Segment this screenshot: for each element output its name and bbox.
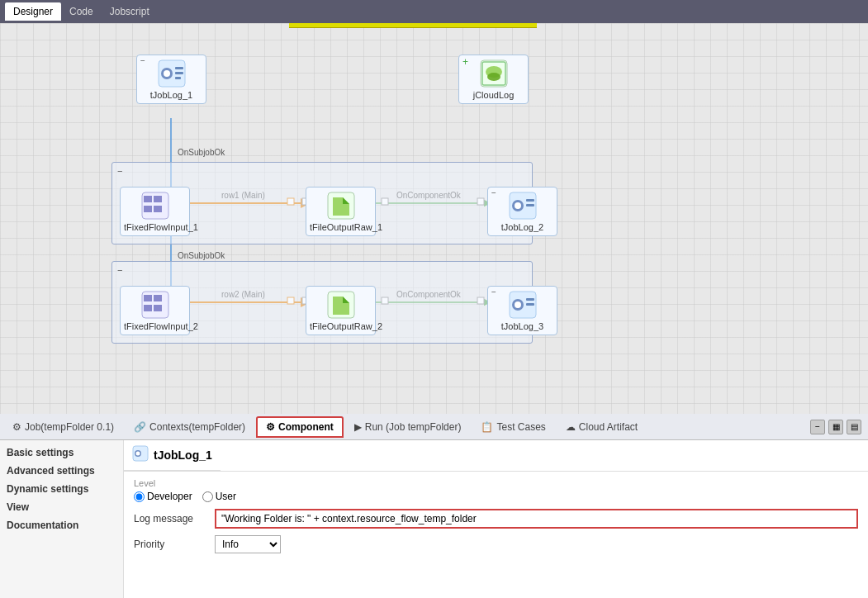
svg-rect-45 [154, 295, 162, 301]
container-1-minimize[interactable]: − [117, 166, 122, 176]
level-radio-group: Developer User [134, 491, 236, 502]
node-label-tjoblog1: tJobLog_1 [140, 90, 202, 100]
sidebar-view[interactable]: View [0, 498, 123, 516]
top-yellow-bar [289, 23, 537, 28]
node-minimize-tjoblog2[interactable]: − [491, 189, 496, 197]
node-jcloudlog[interactable]: + jCloudLog [458, 55, 529, 104]
component-title: tJobLog_1 [124, 440, 221, 471]
node-icon-jcloudlog [479, 59, 509, 88]
svg-rect-31 [144, 196, 152, 202]
node-tfixedflowinput-2[interactable]: tFixedFlowInput_2 [120, 286, 190, 335]
tab-run-label: Run (Job tempFolder) [365, 421, 462, 433]
sidebar-documentation[interactable]: Documentation [0, 516, 123, 534]
tab-component-icon: ⚙ [266, 421, 275, 433]
canvas-area: OnSubjobOk row1 (Main) OnComponentOk OnS… [0, 23, 868, 414]
svg-point-29 [487, 73, 500, 81]
tab-ctrl-grid2[interactable]: ▤ [847, 420, 861, 434]
component-right-content: tJobLog_1 Level Developer User [124, 440, 868, 598]
node-tjoblog-2[interactable]: − tJobLog_2 [487, 187, 557, 236]
sidebar-dynamic-settings[interactable]: Dynamic settings [0, 480, 123, 498]
level-radio-row: Developer User [134, 491, 858, 502]
svg-rect-46 [144, 305, 152, 311]
priority-label: Priority [134, 539, 208, 550]
svg-rect-54 [526, 298, 534, 301]
tab-jobscript[interactable]: Jobscript [102, 2, 158, 21]
form-priority-row: Priority Info Debug Warning Error [134, 535, 858, 553]
level-label: Level [134, 478, 858, 488]
tab-job-label: Job(tempFolder 0.1) [25, 421, 114, 433]
container-2-minimize[interactable]: − [117, 265, 122, 275]
node-add-jcloudlog[interactable]: + [462, 57, 468, 67]
svg-rect-34 [154, 206, 162, 212]
component-sidebar: Basic settings Advanced settings Dynamic… [0, 440, 124, 598]
svg-text:OnSubjobOk: OnSubjobOk [178, 148, 225, 157]
tab-run-icon: ▶ [354, 421, 362, 433]
svg-rect-47 [154, 305, 162, 311]
node-label-tjoblog2: tJobLog_2 [491, 222, 553, 232]
log-message-input[interactable] [215, 509, 858, 529]
node-tjoblog-3[interactable]: − tJobLog_3 [487, 286, 557, 335]
tab-job[interactable]: ⚙ Job(tempFolder 0.1) [3, 417, 123, 437]
tab-designer[interactable]: Designer [5, 2, 61, 21]
sidebar-basic-settings[interactable]: Basic settings [0, 444, 123, 462]
svg-rect-41 [526, 199, 534, 202]
tab-contexts[interactable]: 🔗 Contexts(tempFolder) [125, 417, 254, 437]
radio-developer[interactable]: Developer [134, 491, 192, 502]
component-tabs-bar: ⚙ Job(tempFolder 0.1) 🔗 Contexts(tempFol… [0, 414, 868, 440]
node-label-tjoblog3: tJobLog_3 [491, 321, 553, 331]
tab-ctrl-grid1[interactable]: ▦ [828, 420, 843, 434]
node-label-tffi2: tFixedFlowInput_2 [124, 321, 186, 331]
radio-user-label: User [216, 491, 236, 502]
component-panel-body: Basic settings Advanced settings Dynamic… [0, 440, 868, 598]
node-tfileoutputraw-2[interactable]: tFileOutputRaw_2 [306, 286, 376, 335]
node-tfixedflowinput-1[interactable]: tFixedFlowInput_1 [120, 187, 190, 236]
component-title-row: tJobLog_1 [124, 440, 868, 472]
tab-run[interactable]: ▶ Run (Job tempFolder) [345, 417, 471, 437]
node-label-jcloudlog: jCloudLog [462, 90, 524, 100]
form-level-section: Level Developer User [134, 478, 858, 502]
tab-cloudartifact-label: Cloud Artifact [579, 421, 638, 433]
bottom-tab-bar: Designer Code Jobscript [0, 0, 868, 23]
node-icon-tjoblog1 [157, 59, 187, 88]
radio-developer-input[interactable] [134, 491, 145, 502]
tab-component-label: Component [278, 421, 334, 433]
log-message-label: Log message [134, 513, 208, 524]
node-icon-tjoblog3 [508, 290, 538, 320]
tab-job-icon: ⚙ [12, 421, 21, 433]
tab-component[interactable]: ⚙ Component [256, 416, 344, 438]
radio-user[interactable]: User [202, 491, 236, 502]
node-tjoblog-1[interactable]: − tJobLog_1 [136, 55, 206, 104]
svg-text:OnSubjobOk: OnSubjobOk [178, 251, 225, 260]
node-icon-tffi2 [140, 290, 170, 320]
radio-user-input[interactable] [202, 491, 213, 502]
node-icon-tfor1 [326, 191, 356, 221]
node-minimize-tjoblog1[interactable]: − [140, 57, 145, 65]
priority-select[interactable]: Info Debug Warning Error [215, 535, 281, 553]
tab-contexts-icon: 🔗 [134, 421, 146, 433]
svg-rect-42 [526, 204, 534, 206]
node-label-tffi1: tFixedFlowInput_1 [124, 222, 186, 232]
form-log-message-row: Log message [134, 509, 858, 529]
sidebar-advanced-settings[interactable]: Advanced settings [0, 462, 123, 480]
tab-cloudartifact[interactable]: ☁ Cloud Artifact [557, 417, 647, 437]
component-title-icon [132, 445, 149, 465]
svg-point-58 [136, 452, 140, 456]
svg-rect-32 [154, 196, 162, 202]
tab-controls: − ▦ ▤ [810, 420, 865, 434]
node-tfileoutputraw-1[interactable]: tFileOutputRaw_1 [306, 187, 376, 236]
tab-code[interactable]: Code [61, 2, 102, 21]
svg-point-40 [515, 202, 521, 209]
tab-cloudartifact-icon: ☁ [566, 421, 576, 433]
svg-point-22 [164, 70, 170, 77]
tab-testcases[interactable]: 📋 Test Cases [472, 417, 554, 437]
tab-contexts-label: Contexts(tempFolder) [149, 421, 245, 433]
svg-rect-44 [144, 295, 152, 301]
svg-rect-23 [175, 67, 183, 69]
svg-rect-55 [526, 303, 534, 306]
tab-ctrl-minus[interactable]: − [810, 420, 825, 434]
node-icon-tfor2 [326, 290, 356, 320]
svg-point-53 [515, 301, 521, 308]
svg-rect-33 [144, 206, 152, 212]
svg-rect-25 [175, 77, 181, 79]
node-minimize-tjoblog3[interactable]: − [491, 288, 496, 297]
